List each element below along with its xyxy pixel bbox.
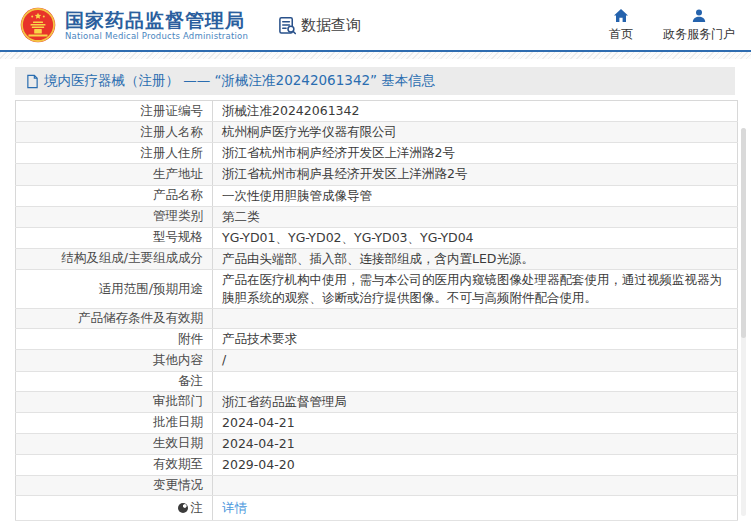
row-label: 产品储存条件及有效期 xyxy=(16,309,213,329)
table-row: 产品名称一次性使用胆胰管成像导管 xyxy=(16,185,738,206)
row-value: 2029-04-20 xyxy=(213,454,738,475)
row-label: 生产地址 xyxy=(16,164,213,185)
row-label: 备注 xyxy=(16,371,213,391)
row-label: 产品名称 xyxy=(16,185,213,206)
agency-title: 国家药品监督管理局 xyxy=(65,9,248,31)
table-row: 审批部门浙江省药品监督管理局 xyxy=(16,391,738,412)
table-row: 注详情 xyxy=(16,496,738,521)
national-emblem-logo xyxy=(20,7,56,43)
row-label: 管理类别 xyxy=(16,206,213,227)
brand-block: 国家药品监督管理局 National Medical Products Admi… xyxy=(65,9,248,41)
table-row: 批准日期2024-04-21 xyxy=(16,412,738,433)
row-label: 注 xyxy=(16,496,213,521)
row-value: 产品在医疗机构中使用，需与本公司的医用内窥镜图像处理器配套使用，通过视频监视器为… xyxy=(213,270,738,309)
breadcrumb-text: 境内医疗器械（注册） —— “浙械注准20242061342” 基本信息 xyxy=(44,72,435,90)
data-query-label: 数据查询 xyxy=(301,16,361,35)
table-row: 其他内容/ xyxy=(16,350,738,371)
document-icon xyxy=(26,74,39,89)
table-row: 生效日期2024-04-21 xyxy=(16,433,738,454)
table-row: 产品储存条件及有效期 xyxy=(16,309,738,329)
row-label: 型号规格 xyxy=(16,227,213,248)
row-value xyxy=(213,371,738,391)
data-query-button[interactable]: 数据查询 xyxy=(278,16,361,35)
row-label: 注册人住所 xyxy=(16,143,213,164)
row-value: 浙江省药品监督管理局 xyxy=(213,391,738,412)
info-table-body: 注册证编号浙械注准20242061342注册人名称杭州桐庐医疗光学仪器有限公司注… xyxy=(16,101,738,521)
row-value xyxy=(213,476,738,496)
divider-texture xyxy=(0,52,751,59)
row-value: 2024-04-21 xyxy=(213,412,738,433)
row-label: 生效日期 xyxy=(16,433,213,454)
row-value: YG-YD01、YG-YD02、YG-YD03、YG-YD04 xyxy=(213,227,738,248)
breadcrumb: 境内医疗器械（注册） —— “浙械注准20242061342” 基本信息 xyxy=(15,67,735,95)
table-row: 管理类别第二类 xyxy=(16,206,738,227)
agency-subtitle: National Medical Products Administration xyxy=(65,31,248,41)
scrollbar-thumb[interactable] xyxy=(741,128,746,338)
table-row: 生产地址浙江省杭州市桐庐县经济开发区上洋洲路2号 xyxy=(16,164,738,185)
table-row: 附件产品技术要求 xyxy=(16,329,738,350)
row-value: 产品由头端部、插入部、连接部组成，含内置LED光源。 xyxy=(213,248,738,269)
table-row: 注册人住所浙江省杭州市桐庐经济开发区上洋洲路2号 xyxy=(16,143,738,164)
row-value: / xyxy=(213,350,738,371)
table-row: 备注 xyxy=(16,371,738,391)
row-label: 有效期至 xyxy=(16,454,213,475)
row-value xyxy=(213,309,738,329)
home-icon xyxy=(613,8,629,24)
row-label: 变更情况 xyxy=(16,476,213,496)
row-value: 第二类 xyxy=(213,206,738,227)
row-label: 结构及组成/主要组成成分 xyxy=(16,248,213,269)
row-label: 批准日期 xyxy=(16,412,213,433)
scrollbar[interactable] xyxy=(741,128,746,516)
details-link[interactable]: 详情 xyxy=(222,500,247,515)
row-value: 杭州桐庐医疗光学仪器有限公司 xyxy=(213,122,738,143)
info-table: 注册证编号浙械注准20242061342注册人名称杭州桐庐医疗光学仪器有限公司注… xyxy=(15,100,738,521)
table-row: 型号规格YG-YD01、YG-YD02、YG-YD03、YG-YD04 xyxy=(16,227,738,248)
user-icon xyxy=(691,8,707,24)
row-value: 2024-04-21 xyxy=(213,433,738,454)
table-row: 有效期至2029-04-20 xyxy=(16,454,738,475)
row-value: 详情 xyxy=(213,496,738,521)
nav-home-label: 首页 xyxy=(609,26,633,43)
header-nav: 首页 政务服务门户 xyxy=(609,8,735,43)
table-row: 结构及组成/主要组成成分产品由头端部、插入部、连接部组成，含内置LED光源。 xyxy=(16,248,738,269)
table-row: 注册证编号浙械注准20242061342 xyxy=(16,101,738,122)
row-label: 注册人名称 xyxy=(16,122,213,143)
row-label: 注册证编号 xyxy=(16,101,213,122)
row-label: 审批部门 xyxy=(16,391,213,412)
table-row: 注册人名称杭州桐庐医疗光学仪器有限公司 xyxy=(16,122,738,143)
row-value: 一次性使用胆胰管成像导管 xyxy=(213,185,738,206)
table-row: 变更情况 xyxy=(16,476,738,496)
row-label: 其他内容 xyxy=(16,350,213,371)
site-header: 国家药品监督管理局 National Medical Products Admi… xyxy=(0,0,751,52)
row-value: 产品技术要求 xyxy=(213,329,738,350)
page: 国家药品监督管理局 National Medical Products Admi… xyxy=(0,0,751,521)
row-label: 附件 xyxy=(16,329,213,350)
nav-home[interactable]: 首页 xyxy=(609,8,633,43)
row-label: 适用范围/预期用途 xyxy=(16,270,213,309)
row-value: 浙江省杭州市桐庐经济开发区上洋洲路2号 xyxy=(213,143,738,164)
table-row: 适用范围/预期用途产品在医疗机构中使用，需与本公司的医用内窥镜图像处理器配套使用… xyxy=(16,270,738,309)
nav-portal-label: 政务服务门户 xyxy=(663,26,735,43)
nav-portal[interactable]: 政务服务门户 xyxy=(663,8,735,43)
row-value: 浙械注准20242061342 xyxy=(213,101,738,122)
note-icon xyxy=(178,503,188,513)
data-query-icon xyxy=(278,16,297,35)
row-value: 浙江省杭州市桐庐县经济开发区上洋洲路2号 xyxy=(213,164,738,185)
